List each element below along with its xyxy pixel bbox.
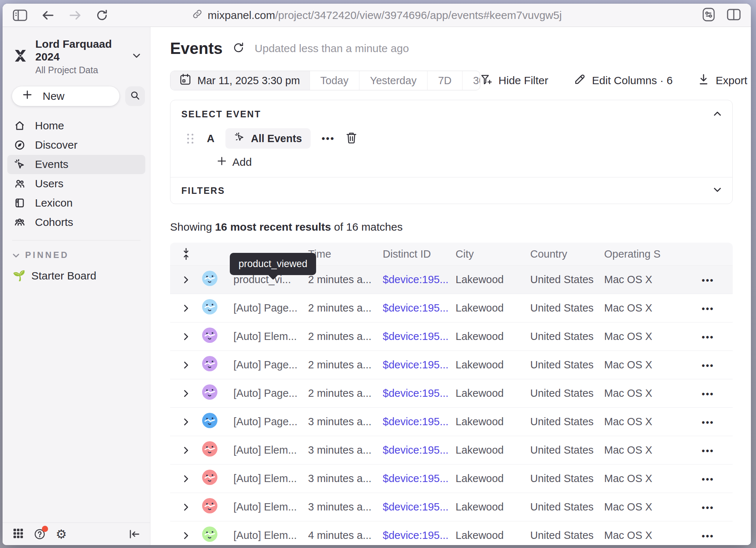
collapse-sidebar-icon[interactable] [129,529,140,539]
expand-row-chevron-icon[interactable] [170,475,202,483]
distinct-id-link[interactable]: $device:195... [383,444,456,456]
drag-handle-icon[interactable] [187,134,194,144]
row-menu-button[interactable]: ••• [684,473,733,485]
collapse-section-chevron-up-icon[interactable] [713,111,721,118]
export-button[interactable]: Export [698,74,747,88]
event-avatar [202,299,217,314]
event-name-cell[interactable]: [Auto] Page... [233,416,308,428]
distinct-id-link[interactable]: $device:195... [383,302,456,314]
event-name-cell[interactable]: [Auto] Elem... [233,529,308,541]
delete-clause-trash-icon[interactable] [346,132,357,145]
row-menu-button[interactable]: ••• [684,274,733,286]
row-menu-button[interactable]: ••• [684,302,733,314]
project-chevron-down-icon[interactable] [133,53,141,60]
project-switcher[interactable]: Lord Farquaad 2024 All Project Data [3,27,150,78]
row-menu-button[interactable]: ••• [684,416,733,428]
column-header-country[interactable]: Country [530,248,604,260]
forward-button-icon[interactable] [69,10,81,21]
back-button-icon[interactable] [42,10,54,21]
sidebar-item-cohorts[interactable]: Cohorts [7,213,145,232]
distinct-id-link[interactable]: $device:195... [383,387,456,399]
event-name-cell[interactable]: [Auto] Page... [233,359,308,371]
column-header-time[interactable]: Time [308,248,383,260]
table-row[interactable]: [Auto] Elem... 3 minutes a... $device:19… [170,464,733,493]
event-name-cell[interactable]: [Auto] Page... [233,387,308,399]
expand-row-chevron-icon[interactable] [170,276,202,284]
hide-filter-button[interactable]: Hide Filter [480,74,548,88]
updated-status: Updated less than a minute ago [255,42,409,55]
distinct-id-link[interactable]: $device:195... [383,416,456,428]
expand-row-chevron-icon[interactable] [170,446,202,454]
page-settings-icon[interactable] [702,7,715,23]
row-menu-button[interactable]: ••• [684,444,733,456]
event-name-cell[interactable]: [Auto] Elem... [233,330,308,342]
event-name-cell[interactable]: [Auto] Page... [233,302,308,314]
table-row[interactable]: [Auto] Page... 2 minutes a... $device:19… [170,294,733,322]
date-preset-yesterday[interactable]: Yesterday [359,71,427,90]
help-icon[interactable] [34,528,46,540]
table-row[interactable]: [Auto] Page... 2 minutes a... $device:19… [170,379,733,407]
expand-row-chevron-icon[interactable] [170,532,202,540]
row-menu-button[interactable]: ••• [684,359,733,371]
refresh-icon[interactable] [233,42,244,55]
search-button[interactable] [125,86,145,106]
table-row[interactable]: [Auto] Page... 2 minutes a... $device:19… [170,351,733,379]
event-name-cell[interactable]: [Auto] Elem... [233,473,308,485]
add-event-button[interactable]: Add [217,156,252,168]
reload-button-icon[interactable] [96,9,108,21]
sidebar-item-events[interactable]: Events [7,155,145,174]
table-row[interactable]: [Auto] Page... 3 minutes a... $device:19… [170,407,733,436]
column-header-city[interactable]: City [456,248,530,260]
expand-row-chevron-icon[interactable] [170,503,202,511]
expand-row-chevron-icon[interactable] [170,361,202,369]
time-cell: 3 minutes a... [308,444,383,456]
table-row[interactable]: [Auto] Elem... 4 minutes a... $device:19… [170,521,733,545]
distinct-id-link[interactable]: $device:195... [383,359,456,371]
address-bar[interactable]: mixpanel.com/project/3472420/view/397469… [192,8,562,22]
row-menu-button[interactable]: ••• [684,330,733,342]
date-preset-today[interactable]: Today [310,71,359,90]
pinned-section-header[interactable]: PINNED [3,240,150,260]
sidebar-item-home[interactable]: Home [7,116,145,136]
sidebar-item-discover[interactable]: Discover [7,136,145,155]
settings-gear-icon[interactable]: ⚙ [56,528,67,540]
new-button[interactable]: New [12,86,119,106]
event-name-cell[interactable]: [Auto] Elem... [233,444,308,456]
column-header-operating-s[interactable]: Operating S [604,248,684,260]
date-preset-7d[interactable]: 7D [427,71,462,90]
table-row[interactable]: [Auto] Elem... 3 minutes a... $device:19… [170,493,733,521]
distinct-id-link[interactable]: $device:195... [383,274,456,286]
expand-filters-chevron-down-icon[interactable] [713,187,721,194]
distinct-id-link[interactable]: $device:195... [383,330,456,342]
row-menu-button[interactable]: ••• [684,501,733,513]
pinned-item-starter-board[interactable]: 🌱 Starter Board [3,260,150,282]
expand-row-chevron-icon[interactable] [170,390,202,398]
apps-grid-icon[interactable] [13,528,24,540]
expand-row-chevron-icon[interactable] [170,333,202,341]
table-row[interactable]: [Auto] Elem... 3 minutes a... $device:19… [170,436,733,464]
column-header-distinct-id[interactable]: Distinct ID [383,248,456,260]
date-range-selected[interactable]: Mar 11, 2025 3:30 pm [170,71,310,90]
row-menu-button[interactable]: ••• [684,387,733,399]
distinct-id-link[interactable]: $device:195... [383,473,456,485]
clause-more-button[interactable]: ••• [322,133,335,144]
date-preset-30d[interactable]: 30D [462,71,480,90]
split-view-icon[interactable] [727,9,741,22]
city-cell: Lakewood [456,302,530,314]
sidebar-item-users[interactable]: Users [7,174,145,193]
sidebar-item-lexicon[interactable]: Lexicon [7,193,145,213]
event-name-cell[interactable]: [Auto] Elem... [233,501,308,513]
table-row[interactable]: [Auto] Elem... 2 minutes a... $device:19… [170,322,733,351]
event-avatar [202,356,217,371]
browser-sidebar-toggle-icon[interactable] [13,9,27,21]
distinct-id-link[interactable]: $device:195... [383,501,456,513]
expand-row-chevron-icon[interactable] [170,304,202,312]
expand-row-chevron-icon[interactable] [170,418,202,426]
row-menu-button[interactable]: ••• [684,529,733,541]
edit-columns-button[interactable]: Edit Columns · 6 [574,74,673,88]
time-cell: 2 minutes a... [308,274,383,286]
event-selector-chip[interactable]: All Events [225,128,311,149]
os-cell: Mac OS X [604,444,684,456]
distinct-id-link[interactable]: $device:195... [383,529,456,541]
collapse-all-rows-icon[interactable] [170,248,202,260]
